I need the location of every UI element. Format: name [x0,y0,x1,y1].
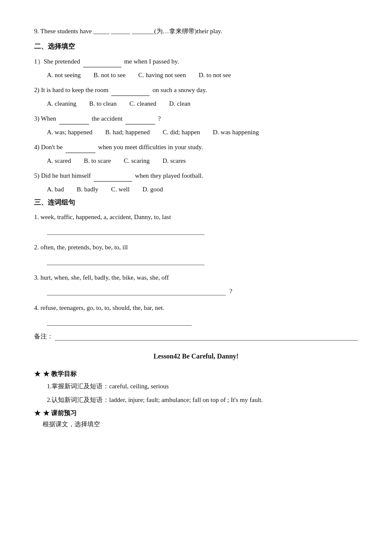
q1-blank [83,55,121,67]
star2-icon: ★ [34,409,40,418]
q4-option-d: D. scares [162,157,186,165]
q5-stem: 5) Did he hurt himself [34,172,91,179]
q5-option-a: A. bad [47,186,64,193]
star2-label: ★ 课前预习 [43,409,77,417]
beizhu-underline [55,333,358,341]
section2-title: 二、选择填空 [34,42,358,51]
q3-option-d: D. was happening [213,129,259,136]
q1-option-c: C. having not seen [138,72,186,79]
star2-section: ★ ★ 课前预习 根据课文，选择填空 [34,409,358,428]
q3-mid: the accident [92,115,122,122]
star1-title: ★ ★ 教学目标 [34,370,358,379]
lc4-text: 4. refuse, teenagers, go, to, to, should… [34,304,164,311]
q9-text: 9. These students have _____ ______ ____… [34,28,222,35]
q2-option-d: D. clean [169,100,190,107]
vocab1-value: careful, ceiling, serious [109,381,358,392]
vocab1-label: 1.掌握新词汇及短语： [47,381,109,392]
section3-title: 三、连词组句 [34,198,358,207]
q4-blank [66,141,95,153]
q5-option-d: D. good [142,186,163,193]
star1-section: ★ ★ 教学目标 1.掌握新词汇及短语： careful, ceiling, s… [34,370,358,405]
lc1-answer-line [47,227,205,235]
q5-options: A. bad B. badly C. well D. good [34,186,358,193]
q2-stem: 2) It is hard to keep the room [34,87,109,93]
q3-option-a: A. was; happened [47,129,92,136]
star1-label: ★ 教学目标 [43,370,77,378]
lc2-answer-line [47,257,205,265]
q2-stem-line: 2) It is hard to keep the room on such a… [34,84,358,96]
q3-stem-line: 3) When the accident ? [34,113,358,124]
star1-icon: ★ [34,370,40,379]
q2-option-a: A. cleaning [47,100,76,107]
q2-options: A. cleaning B. to clean C. cleaned D. cl… [34,100,358,107]
vocab2-label: 2.认知新词汇及短语： [47,395,109,406]
q4-option-b: B. to scare [84,157,111,165]
q2-blank [111,84,150,96]
q4-stem: 4) Don't be [34,144,63,150]
q1-option-a: A. not seeing [47,72,81,79]
q2-option-b: B. to clean [89,100,117,107]
q3-blank1 [59,113,89,124]
star2-title: ★ ★ 课前预习 [34,409,358,418]
q5-option-b: B. badly [77,186,98,193]
vocab1-row: 1.掌握新词汇及短语： careful, ceiling, serious [34,381,358,392]
q5-stem-line: 5) Did he hurt himself when they played … [34,170,358,182]
beizhu-label: 备注： [34,332,53,341]
lc2-text: 2. often, the, pretends, boy, be, to, il… [34,244,128,251]
vocab2-value: ladder, injure; fault; ambulance; fall o… [109,395,358,406]
q1-option-b: B. not to see [94,72,126,79]
lc4-answer-line [47,318,192,326]
lc1-text: 1. week, traffic, happened, a, accident,… [34,214,171,220]
q3-blank2 [125,113,155,124]
lc3-answer-line [47,288,226,295]
q4-stem-line: 4) Don't be when you meet difficulties i… [34,141,358,153]
q3-option-b: B. had; happened [105,129,150,136]
q3-options: A. was; happened B. had; happened C. did… [34,129,358,136]
q1-stem: 1）She pretended [34,58,80,65]
q1-rest: me when I passed by. [124,58,179,65]
q1-stem-line: 1）She pretended me when I passed by. [34,55,358,67]
q4-option-c: C. scaring [124,157,150,165]
q4-option-a: A. scared [47,157,71,165]
q4-options: A. scared B. to scare C. scaring D. scar… [34,157,358,165]
lc3-line: 3. hurt, when, she, fell, badly, the, bi… [34,272,358,283]
q3-stem: 3) When [34,115,56,122]
lc3-text: 3. hurt, when, she, fell, badly, the, bi… [34,274,169,281]
q5-rest: when they played football. [135,172,203,179]
lesson-title: Lesson42 Be Careful, Danny! [34,353,358,360]
q9-line: 9. These students have _____ ______ ____… [34,26,358,37]
lc2-line: 2. often, the, pretends, boy, be, to, il… [34,242,358,253]
beizhu-row: 备注： [34,332,358,341]
vocab2-row: 2.认知新词汇及短语： ladder, injure; fault; ambul… [34,395,358,406]
q2-option-c: C. cleaned [130,100,156,107]
q1-option-d: D. to not see [199,72,231,79]
q5-blank [94,170,132,182]
preview-sub: 根据课文，选择填空 [34,420,358,428]
q2-rest: on such a snowy day. [153,87,207,93]
q1-options: A. not seeing B. not to see C. having no… [34,72,358,79]
lc1-line: 1. week, traffic, happened, a, accident,… [34,211,358,223]
q4-rest: when you meet difficulties in your study… [98,144,203,150]
q3-rest: ? [158,115,161,122]
lc4-line: 4. refuse, teenagers, go, to, to, should… [34,302,358,314]
q5-option-c: C. well [111,186,130,193]
q3-option-c: C. did; happen [163,129,200,136]
